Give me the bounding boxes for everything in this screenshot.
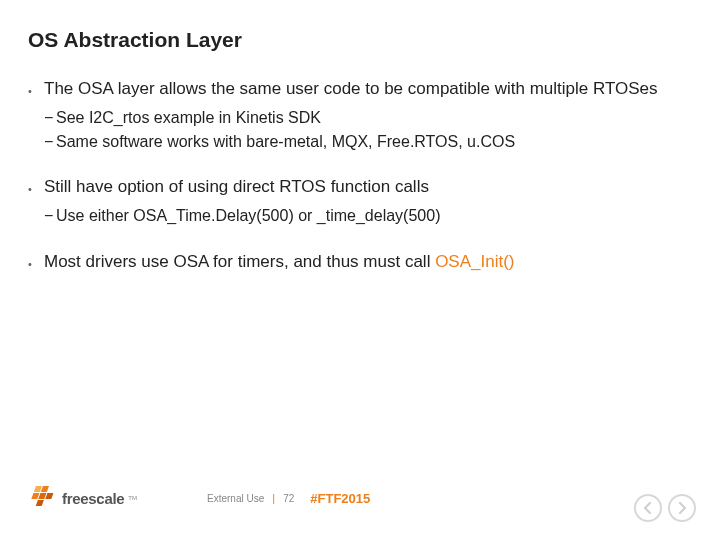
dash-icon: −	[44, 131, 56, 153]
bullet-dot-icon: •	[28, 78, 44, 99]
slide-content: • The OSA layer allows the same user cod…	[28, 78, 688, 274]
hashtag: #FTF2015	[310, 491, 370, 506]
bullet-item: • The OSA layer allows the same user cod…	[28, 78, 688, 101]
next-button[interactable]	[668, 494, 696, 522]
brand-logo: freescale TM	[28, 486, 137, 510]
dash-icon: −	[44, 107, 56, 129]
bullet-text-pre: Most drivers use OSA for timers, and thu…	[44, 252, 435, 271]
separator-icon: |	[272, 492, 275, 504]
chevron-left-icon	[643, 502, 653, 514]
sub-bullet-text: Same software works with bare-metal, MQX…	[56, 131, 515, 153]
dash-icon: −	[44, 205, 56, 227]
svg-rect-3	[38, 493, 46, 499]
prev-button[interactable]	[634, 494, 662, 522]
bullet-item: • Most drivers use OSA for timers, and t…	[28, 251, 688, 274]
nav-controls	[634, 494, 696, 522]
svg-rect-1	[41, 486, 49, 492]
footer-meta: External Use | 72 #FTF2015	[207, 491, 370, 506]
sub-bullet-item: − See I2C_rtos example in Kinetis SDK	[28, 107, 688, 129]
bullet-text-accent: OSA_Init()	[435, 252, 514, 271]
bullet-text: Most drivers use OSA for timers, and thu…	[44, 251, 688, 274]
page-number: 72	[283, 493, 294, 504]
slide: OS Abstraction Layer • The OSA layer all…	[0, 0, 720, 540]
svg-rect-2	[31, 493, 39, 499]
sub-bullet-text: Use either OSA_Time.Delay(500) or _time_…	[56, 205, 440, 227]
freescale-logo-icon	[28, 486, 56, 510]
sub-bullet-item: − Same software works with bare-metal, M…	[28, 131, 688, 153]
bullet-dot-icon: •	[28, 251, 44, 272]
brand-name: freescale	[62, 490, 124, 507]
bullet-dot-icon: •	[28, 176, 44, 197]
svg-rect-4	[45, 493, 53, 499]
chevron-right-icon	[677, 502, 687, 514]
slide-title: OS Abstraction Layer	[28, 28, 688, 52]
slide-footer: freescale TM External Use | 72 #FTF2015	[0, 478, 720, 518]
sub-bullet-item: − Use either OSA_Time.Delay(500) or _tim…	[28, 205, 688, 227]
sub-bullet-text: See I2C_rtos example in Kinetis SDK	[56, 107, 321, 129]
bullet-text: Still have option of using direct RTOS f…	[44, 176, 688, 199]
trademark-icon: TM	[128, 495, 137, 501]
usage-label: External Use	[207, 493, 264, 504]
svg-rect-0	[34, 486, 42, 492]
bullet-text: The OSA layer allows the same user code …	[44, 78, 688, 101]
svg-rect-5	[36, 500, 44, 506]
bullet-item: • Still have option of using direct RTOS…	[28, 176, 688, 199]
